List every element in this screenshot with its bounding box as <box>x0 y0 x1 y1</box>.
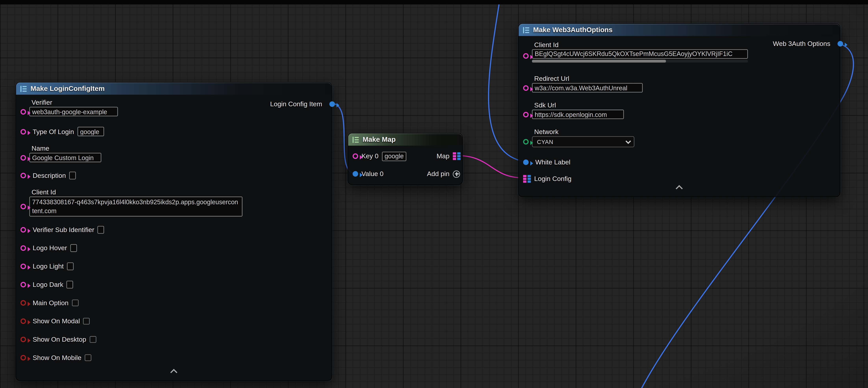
pin-label-logo-light: Logo Light <box>33 262 64 270</box>
pin-row-show-on-mobile: Show On Mobile <box>21 352 326 363</box>
pin-group-client-id: Client Id 774338308167-q463s7kpvja16l4l0… <box>21 188 326 216</box>
pin-row-logo-hover: Logo Hover <box>21 242 326 253</box>
wire-top-to-whitelabel[interactable] <box>489 0 523 161</box>
blueprint-canvas[interactable]: Make LoginConfigItem Login Config Item V… <box>0 0 868 388</box>
node-make-loginconfigitem[interactable]: Make LoginConfigItem Login Config Item V… <box>16 82 332 381</box>
pin-show-on-modal[interactable] <box>21 318 26 324</box>
show-on-desktop-checkbox[interactable] <box>90 336 96 342</box>
logo-dark-input[interactable] <box>67 280 73 288</box>
pin-row-logo-dark: Logo Dark <box>21 279 326 290</box>
name-input[interactable] <box>29 153 101 162</box>
add-pin-label: Add pin <box>427 170 450 178</box>
pin-client-id[interactable] <box>21 204 26 209</box>
pin-logo-light[interactable] <box>21 263 26 269</box>
pin-sdk-url[interactable] <box>523 112 529 117</box>
node-make-web3authoptions[interactable]: Make Web3AuthOptions Web 3Auth Options C… <box>518 23 840 197</box>
make-struct-icon <box>523 26 530 33</box>
pin-label-value-0: Value 0 <box>362 170 383 178</box>
output-pin-label: Web 3Auth Options <box>773 40 830 48</box>
pin-label-name: Name <box>32 145 326 152</box>
pin-login-config-item-output[interactable] <box>329 101 335 107</box>
show-on-modal-checkbox[interactable] <box>83 318 90 324</box>
pin-label-sdk-url: Sdk Url <box>534 101 834 109</box>
node-header[interactable]: Make Map <box>348 133 462 146</box>
add-pin-button[interactable] <box>453 170 460 178</box>
pin-label-key-0: Key 0 <box>362 152 378 160</box>
node-title: Make Web3AuthOptions <box>533 26 613 34</box>
type-of-login-input[interactable] <box>77 127 104 136</box>
node-title: Make Map <box>363 136 396 143</box>
pin-show-on-desktop[interactable] <box>21 336 26 342</box>
node-make-map[interactable]: Make Map Key 0 Map Value 0 Add pin <box>348 133 463 185</box>
pin-label-logo-hover: Logo Hover <box>33 244 67 251</box>
verifier-input[interactable] <box>29 107 118 116</box>
horizontal-scrollbar[interactable] <box>532 60 748 62</box>
pin-label-network: Network <box>534 128 834 136</box>
node-header[interactable]: Make Web3AuthOptions <box>519 24 840 36</box>
description-input[interactable] <box>69 171 76 179</box>
pin-row-type-of-login: Type Of Login <box>21 126 326 137</box>
chevron-up-icon <box>676 185 683 192</box>
top-edge-strip <box>0 0 868 4</box>
pin-group-network: Network CYAN <box>523 128 834 147</box>
pin-row-show-on-modal: Show On Modal <box>21 316 326 326</box>
pin-client-id[interactable] <box>523 53 529 59</box>
pin-label-show-on-desktop: Show On Desktop <box>33 335 86 343</box>
pin-label-main-option: Main Option <box>33 299 69 306</box>
pin-description[interactable] <box>21 173 26 178</box>
pin-label-show-on-mobile: Show On Mobile <box>33 354 82 361</box>
pin-redirect-url[interactable] <box>523 85 529 90</box>
pin-white-label[interactable] <box>523 159 529 165</box>
network-dropdown[interactable]: CYAN <box>532 136 634 147</box>
wire-map-to-loginconfig[interactable] <box>460 155 523 178</box>
pin-web3auth-options-output[interactable] <box>837 41 843 47</box>
network-selected-value: CYAN <box>537 139 553 145</box>
pin-value-0[interactable] <box>352 171 358 177</box>
map-row-key0: Key 0 Map <box>352 149 459 163</box>
logo-hover-input[interactable] <box>70 244 77 251</box>
pin-network[interactable] <box>523 139 529 145</box>
pin-label-redirect-url: Redirect Url <box>534 75 834 82</box>
logo-light-input[interactable] <box>67 262 74 270</box>
pin-login-config[interactable] <box>523 175 531 183</box>
make-map-icon <box>352 136 359 143</box>
pin-key-0[interactable] <box>352 153 358 159</box>
map-row-value0: Value 0 Add pin <box>352 167 459 180</box>
collapse-node-button[interactable] <box>677 183 682 193</box>
pin-row-white-label: White Label <box>523 158 834 167</box>
pin-row-login-config: Login Config <box>523 175 834 183</box>
pin-logo-hover[interactable] <box>21 245 26 250</box>
pin-name[interactable] <box>21 155 26 160</box>
pin-label-type-of-login: Type Of Login <box>33 127 74 135</box>
pin-verifier-sub-identifier[interactable] <box>21 227 26 232</box>
node-title: Make LoginConfigItem <box>30 85 104 92</box>
pin-verifier[interactable] <box>21 109 26 114</box>
pin-logo-dark[interactable] <box>21 281 26 287</box>
show-on-mobile-checkbox[interactable] <box>85 354 91 361</box>
pin-row-logo-light: Logo Light <box>21 261 326 271</box>
node-header[interactable]: Make LoginConfigItem <box>16 82 332 95</box>
pin-label-white-label: White Label <box>535 158 570 166</box>
pin-show-on-mobile[interactable] <box>21 355 26 360</box>
client-id-input[interactable]: BEglQSgt4cUWcj6SKRdu5QkOXTsePmMcusG5EAoy… <box>532 49 748 59</box>
pin-label-login-config: Login Config <box>534 175 571 183</box>
sdk-url-input[interactable] <box>532 110 624 119</box>
redirect-url-input[interactable] <box>532 83 643 92</box>
pin-main-option[interactable] <box>21 300 26 305</box>
main-option-checkbox[interactable] <box>72 299 79 306</box>
pin-label-description: Description <box>33 171 66 179</box>
pin-row-show-on-desktop: Show On Desktop <box>21 334 326 345</box>
pin-label-show-on-modal: Show On Modal <box>33 317 80 325</box>
pin-row-main-option: Main Option <box>21 297 326 308</box>
pin-group-redirect-url: Redirect Url <box>523 75 834 92</box>
pin-map-output[interactable] <box>453 152 460 160</box>
verifier-sub-identifier-input[interactable] <box>98 226 104 233</box>
collapse-node-button[interactable] <box>171 367 176 377</box>
scrollbar-thumb[interactable] <box>532 60 666 62</box>
pin-row-description: Description <box>21 170 326 180</box>
output-pin-label: Login Config Item <box>270 100 322 108</box>
pin-type-of-login[interactable] <box>21 129 26 134</box>
key-0-input[interactable] <box>382 151 406 161</box>
client-id-input[interactable]: 774338308167-q463s7kpvja16l4l0kko3nb925i… <box>29 197 242 216</box>
output-pin-label: Map <box>437 152 450 160</box>
